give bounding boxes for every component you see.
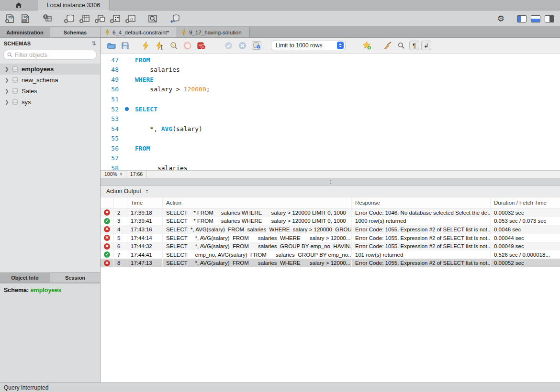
table-inspector-icon[interactable]: i [41, 13, 54, 24]
chevron-right-icon[interactable]: ❯ [5, 99, 9, 105]
code-text: salary > 120000; [135, 86, 210, 93]
code-line[interactable]: 49WHERE [101, 75, 560, 85]
filter-objects-input[interactable] [15, 52, 93, 58]
code-line[interactable]: 57 [101, 153, 560, 163]
refresh-schemas-icon[interactable]: ⇅ [91, 40, 96, 47]
code-line[interactable]: 47FROM [101, 55, 560, 65]
code-line[interactable]: 58 salaries [101, 163, 560, 170]
output-empty-space [101, 267, 560, 382]
home-tab[interactable] [0, 0, 37, 11]
code-line[interactable]: 56FROM [101, 143, 560, 153]
execute-statement-icon[interactable] [154, 40, 166, 51]
col-time: Time [127, 197, 163, 208]
status-icon: ✕ [104, 235, 110, 241]
create-schema-icon[interactable] [63, 13, 76, 24]
toggle-bottom-panel-icon[interactable] [531, 15, 540, 22]
open-sql-script-icon[interactable]: SQL [19, 13, 32, 24]
save-icon[interactable] [119, 40, 131, 51]
execute-script-icon[interactable] [140, 40, 152, 51]
chevron-right-icon[interactable]: ❯ [5, 77, 9, 83]
create-function-icon[interactable]: () [124, 13, 137, 24]
output-panel-header: Action Output [101, 186, 560, 197]
find-icon[interactable] [395, 40, 407, 51]
sql-bolt-icon [182, 29, 186, 35]
reconnect-dbms-icon[interactable] [168, 13, 181, 24]
schema-tree-item[interactable]: ❯ employees [0, 64, 100, 75]
schema-database-icon [12, 77, 18, 83]
sql-bolt-icon [105, 29, 110, 35]
panel-splitter[interactable] [101, 178, 560, 186]
schema-tree-item[interactable]: ❯ new_schema [0, 75, 100, 86]
tab-administration-label: Administration [6, 30, 44, 35]
status-icon: ✕ [104, 260, 110, 266]
sql-code-editor[interactable]: 47FROM48 salaries49WHERE50 salary > 1200… [101, 54, 560, 170]
code-line[interactable]: 54 *, AVG(salary) [101, 124, 560, 134]
show-invisibles-icon[interactable]: ¶ [409, 41, 419, 50]
tab-administration[interactable]: Administration [0, 27, 50, 38]
create-procedure-icon[interactable] [109, 13, 122, 24]
commit-icon[interactable] [223, 40, 235, 51]
editor-zoom-control[interactable]: 100% [101, 171, 126, 178]
editor-tab-1[interactable]: 6_4_default-constraint* [101, 27, 177, 37]
tab-object-info-label: Object Info [11, 275, 38, 281]
svg-text:SQL: SQL [23, 16, 29, 19]
line-number: 55 [101, 135, 119, 142]
toggle-stop-on-error-icon[interactable] [195, 40, 207, 51]
search-table-data-icon[interactable] [146, 13, 159, 24]
explain-plan-icon[interactable] [168, 40, 179, 51]
wrap-text-icon[interactable]: ↲ [421, 41, 431, 50]
row-response: Error Code: 1046. No database selected S… [352, 208, 491, 217]
preferences-gear-icon[interactable]: ⚙ [497, 15, 504, 23]
rollback-icon[interactable] [236, 40, 248, 51]
toggle-left-panel-icon[interactable] [517, 15, 526, 22]
line-number: 47 [101, 56, 119, 64]
code-line[interactable]: 48 salaries [101, 65, 560, 75]
line-number: 51 [101, 96, 119, 103]
output-row[interactable]: ✕ 2 17:39:18 SELECT * FROM salaries WHER… [101, 208, 560, 217]
output-row[interactable]: ✕ 6 17:44:32 SELECT *, AVG(salary) FROM … [101, 242, 560, 250]
stop-query-icon[interactable] [181, 40, 193, 51]
toggle-autocommit-icon[interactable] [250, 40, 262, 51]
code-line[interactable]: 50 salary > 120000; [101, 85, 560, 95]
schema-tree-item[interactable]: ❯ Sales [0, 86, 100, 97]
beautify-sql-icon[interactable] [381, 40, 393, 51]
select-stepper-icon [337, 42, 344, 49]
limit-rows-select[interactable]: Limit to 1000 rows [271, 41, 346, 50]
code-line[interactable]: 51 [101, 94, 560, 104]
sidebar-spacer [0, 108, 100, 272]
create-view-icon[interactable] [94, 13, 106, 24]
editor-tab-1-label: 6_4_default-constraint* [112, 30, 169, 35]
save-snippet-icon[interactable] [361, 40, 373, 51]
home-icon [15, 2, 22, 9]
output-row[interactable]: ✕ 4 17:43:16 SELECT *, AVG(salary) FROM … [101, 225, 560, 234]
line-number: 53 [101, 115, 119, 122]
line-number: 50 [101, 86, 119, 93]
tab-schemas[interactable]: Schemas [50, 27, 100, 38]
tab-session-label: Session [65, 275, 85, 281]
chevron-right-icon[interactable]: ❯ [5, 88, 9, 94]
create-table-icon[interactable] [78, 13, 91, 24]
toggle-right-panel-icon[interactable] [545, 15, 554, 22]
schema-tree-item[interactable]: ❯ sys [0, 97, 100, 108]
tab-object-info[interactable]: Object Info [0, 272, 50, 283]
output-row[interactable]: ✓ 3 17:39:41 SELECT * FROM salaries WHER… [101, 217, 560, 226]
chevron-right-icon[interactable]: ❯ [5, 66, 9, 72]
row-index: 7 [114, 250, 127, 259]
code-line[interactable]: 52SELECT [101, 104, 560, 114]
code-line[interactable]: 53 [101, 114, 560, 124]
line-number: 54 [101, 125, 119, 132]
line-number: 49 [101, 76, 119, 83]
output-selector-stepper-icon[interactable] [146, 189, 148, 194]
editor-tab-2[interactable]: 9_17_having-solution [177, 27, 249, 37]
open-file-icon[interactable] [105, 40, 117, 51]
status-icon: ✕ [104, 226, 110, 232]
output-row[interactable]: ✓ 7 17:44:41 SELECT emp_no, AVG(salary) … [101, 250, 560, 259]
col-response: Response [352, 197, 491, 208]
output-row[interactable]: ✕ 8 17:47:13 SELECT *, AVG(salary) FROM … [101, 259, 560, 267]
new-sql-script-icon[interactable]: SQL [4, 13, 16, 24]
output-row[interactable]: ✕ 5 17:44:14 SELECT *, AVG(salary) FROM … [101, 234, 560, 242]
code-line[interactable]: 55 [101, 133, 560, 143]
tab-session[interactable]: Session [50, 272, 100, 283]
line-number: 52 [101, 106, 119, 113]
connection-tab[interactable]: Local instance 3306 [38, 0, 110, 11]
